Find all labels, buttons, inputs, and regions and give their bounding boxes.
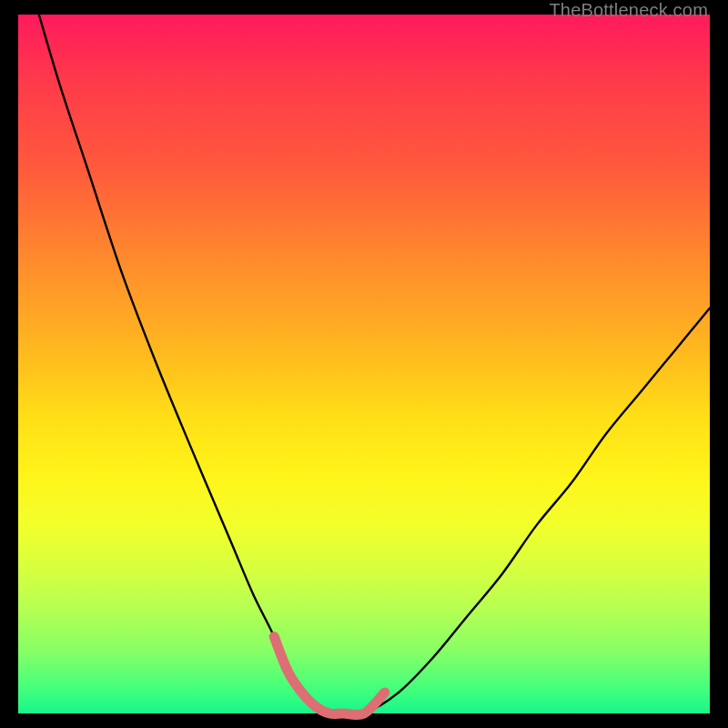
chart-frame: TheBottleneck.com [18, 15, 710, 713]
watermark-text: TheBottleneck.com [549, 0, 708, 21]
bottleneck-curve-svg [18, 15, 710, 713]
bottleneck-curve-highlight [274, 637, 385, 715]
bottleneck-curve-main [39, 15, 710, 715]
